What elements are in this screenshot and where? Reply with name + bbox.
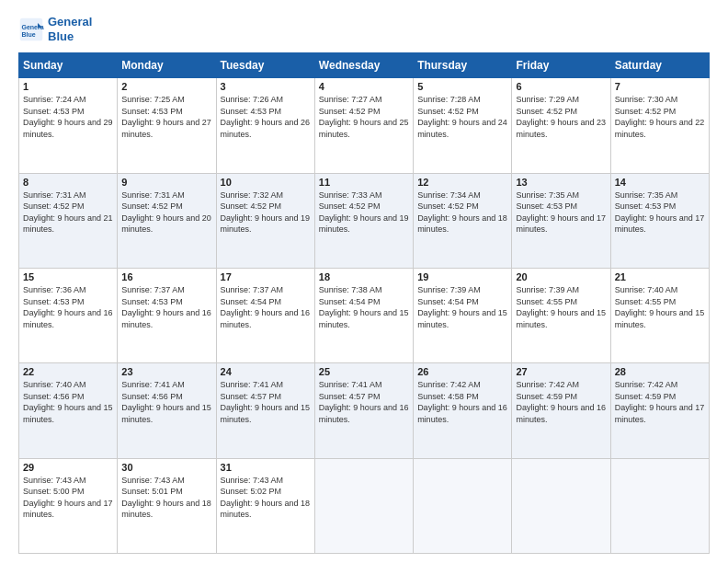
calendar-cell: 6 Sunrise: 7:29 AMSunset: 4:52 PMDayligh… [512,78,610,173]
calendar-cell: 13 Sunrise: 7:35 AMSunset: 4:53 PMDaylig… [512,173,610,268]
day-number: 17 [221,271,311,282]
logo-icon: General Blue [18,17,44,42]
day-number: 11 [319,177,409,188]
day-info: Sunrise: 7:35 AMSunset: 4:53 PMDaylight:… [615,190,705,235]
calendar-cell: 2 Sunrise: 7:25 AMSunset: 4:53 PMDayligh… [118,78,216,173]
day-info: Sunrise: 7:31 AMSunset: 4:52 PMDaylight:… [23,190,113,235]
calendar-cell: 28 Sunrise: 7:42 AMSunset: 4:59 PMDaylig… [610,363,709,458]
day-number: 13 [516,177,606,188]
calendar-cell: 11 Sunrise: 7:33 AMSunset: 4:52 PMDaylig… [314,173,413,268]
calendar-week-row: 8 Sunrise: 7:31 AMSunset: 4:52 PMDayligh… [19,173,710,268]
weekday-header-wednesday: Wednesday [314,53,413,78]
day-number: 30 [121,462,211,473]
calendar-cell: 10 Sunrise: 7:32 AMSunset: 4:52 PMDaylig… [216,173,314,268]
calendar-cell: 24 Sunrise: 7:41 AMSunset: 4:57 PMDaylig… [216,363,314,458]
calendar-cell: 14 Sunrise: 7:35 AMSunset: 4:53 PMDaylig… [610,173,709,268]
day-number: 24 [221,366,311,377]
calendar-table: SundayMondayTuesdayWednesdayThursdayFrid… [18,52,710,554]
day-info: Sunrise: 7:39 AMSunset: 4:54 PMDaylight:… [417,285,507,329]
calendar-cell: 20 Sunrise: 7:39 AMSunset: 4:55 PMDaylig… [512,268,610,362]
day-info: Sunrise: 7:39 AMSunset: 4:55 PMDaylight:… [516,285,606,329]
calendar-cell: 16 Sunrise: 7:37 AMSunset: 4:53 PMDaylig… [118,268,216,362]
day-info: Sunrise: 7:32 AMSunset: 4:52 PMDaylight:… [221,190,311,235]
calendar-cell: 27 Sunrise: 7:42 AMSunset: 4:59 PMDaylig… [512,363,610,458]
day-number: 22 [23,366,113,377]
day-info: Sunrise: 7:25 AMSunset: 4:53 PMDaylight:… [121,95,211,139]
day-info: Sunrise: 7:38 AMSunset: 4:54 PMDaylight:… [319,285,409,329]
day-number: 10 [221,177,311,188]
day-info: Sunrise: 7:34 AMSunset: 4:52 PMDaylight:… [417,190,507,235]
day-info: Sunrise: 7:40 AMSunset: 4:56 PMDaylight:… [23,380,113,424]
calendar-cell: 5 Sunrise: 7:28 AMSunset: 4:52 PMDayligh… [414,78,512,173]
calendar-cell [512,458,610,553]
calendar-cell: 3 Sunrise: 7:26 AMSunset: 4:53 PMDayligh… [216,78,314,173]
day-number: 18 [319,271,409,282]
calendar-cell [314,458,413,553]
calendar-cell: 15 Sunrise: 7:36 AMSunset: 4:53 PMDaylig… [19,268,118,362]
svg-text:Blue: Blue [22,30,36,37]
weekday-header-monday: Monday [118,53,216,78]
calendar-cell: 7 Sunrise: 7:30 AMSunset: 4:52 PMDayligh… [610,78,709,173]
day-info: Sunrise: 7:31 AMSunset: 4:52 PMDaylight:… [121,190,211,235]
day-number: 12 [417,177,507,188]
day-number: 29 [23,462,113,473]
day-number: 9 [121,177,211,188]
logo-text-general: General [48,15,92,29]
day-info: Sunrise: 7:37 AMSunset: 4:54 PMDaylight:… [221,285,311,329]
day-info: Sunrise: 7:43 AMSunset: 5:00 PMDaylight:… [23,476,113,520]
day-number: 6 [516,81,606,92]
calendar-cell: 9 Sunrise: 7:31 AMSunset: 4:52 PMDayligh… [118,173,216,268]
calendar-cell: 31 Sunrise: 7:43 AMSunset: 5:02 PMDaylig… [216,458,314,553]
weekday-header-tuesday: Tuesday [216,53,314,78]
calendar-cell: 1 Sunrise: 7:24 AMSunset: 4:53 PMDayligh… [19,78,118,173]
day-info: Sunrise: 7:35 AMSunset: 4:53 PMDaylight:… [516,190,606,235]
calendar-week-row: 22 Sunrise: 7:40 AMSunset: 4:56 PMDaylig… [19,363,710,458]
logo: General Blue General Blue [18,15,92,43]
calendar-week-row: 29 Sunrise: 7:43 AMSunset: 5:00 PMDaylig… [19,458,710,553]
day-info: Sunrise: 7:24 AMSunset: 4:53 PMDaylight:… [23,95,113,139]
header: General Blue General Blue [18,15,710,43]
weekday-header-friday: Friday [512,53,610,78]
day-number: 16 [121,271,211,282]
day-info: Sunrise: 7:33 AMSunset: 4:52 PMDaylight:… [319,190,409,235]
day-number: 14 [615,177,705,188]
logo-text-blue: Blue [48,29,92,44]
day-number: 20 [516,271,606,282]
day-number: 4 [319,81,409,92]
weekday-header-saturday: Saturday [610,53,709,78]
calendar-header-row: SundayMondayTuesdayWednesdayThursdayFrid… [19,53,710,78]
calendar-cell: 22 Sunrise: 7:40 AMSunset: 4:56 PMDaylig… [19,363,118,458]
calendar-cell [414,458,512,553]
day-info: Sunrise: 7:29 AMSunset: 4:52 PMDaylight:… [516,95,606,139]
calendar-cell: 29 Sunrise: 7:43 AMSunset: 5:00 PMDaylig… [19,458,118,553]
day-number: 31 [221,462,311,473]
calendar-week-row: 1 Sunrise: 7:24 AMSunset: 4:53 PMDayligh… [19,78,710,173]
calendar-cell: 30 Sunrise: 7:43 AMSunset: 5:01 PMDaylig… [118,458,216,553]
day-number: 21 [615,271,705,282]
day-info: Sunrise: 7:27 AMSunset: 4:52 PMDaylight:… [319,95,409,139]
calendar-cell: 26 Sunrise: 7:42 AMSunset: 4:58 PMDaylig… [414,363,512,458]
day-info: Sunrise: 7:28 AMSunset: 4:52 PMDaylight:… [417,95,507,139]
calendar-week-row: 15 Sunrise: 7:36 AMSunset: 4:53 PMDaylig… [19,268,710,362]
day-info: Sunrise: 7:26 AMSunset: 4:53 PMDaylight:… [221,95,311,139]
calendar-cell: 25 Sunrise: 7:41 AMSunset: 4:57 PMDaylig… [314,363,413,458]
day-number: 23 [121,366,211,377]
day-number: 15 [23,271,113,282]
day-number: 27 [516,366,606,377]
weekday-header-thursday: Thursday [414,53,512,78]
day-info: Sunrise: 7:30 AMSunset: 4:52 PMDaylight:… [615,95,705,139]
calendar-cell: 23 Sunrise: 7:41 AMSunset: 4:56 PMDaylig… [118,363,216,458]
day-info: Sunrise: 7:43 AMSunset: 5:02 PMDaylight:… [221,476,311,520]
day-number: 7 [615,81,705,92]
day-info: Sunrise: 7:37 AMSunset: 4:53 PMDaylight:… [121,285,211,329]
day-number: 25 [319,366,409,377]
day-number: 8 [23,177,113,188]
calendar-cell: 8 Sunrise: 7:31 AMSunset: 4:52 PMDayligh… [19,173,118,268]
calendar-cell: 19 Sunrise: 7:39 AMSunset: 4:54 PMDaylig… [414,268,512,362]
day-number: 28 [615,366,705,377]
day-info: Sunrise: 7:43 AMSunset: 5:01 PMDaylight:… [121,476,211,520]
day-number: 3 [221,81,311,92]
day-number: 5 [417,81,507,92]
day-number: 19 [417,271,507,282]
day-number: 2 [121,81,211,92]
